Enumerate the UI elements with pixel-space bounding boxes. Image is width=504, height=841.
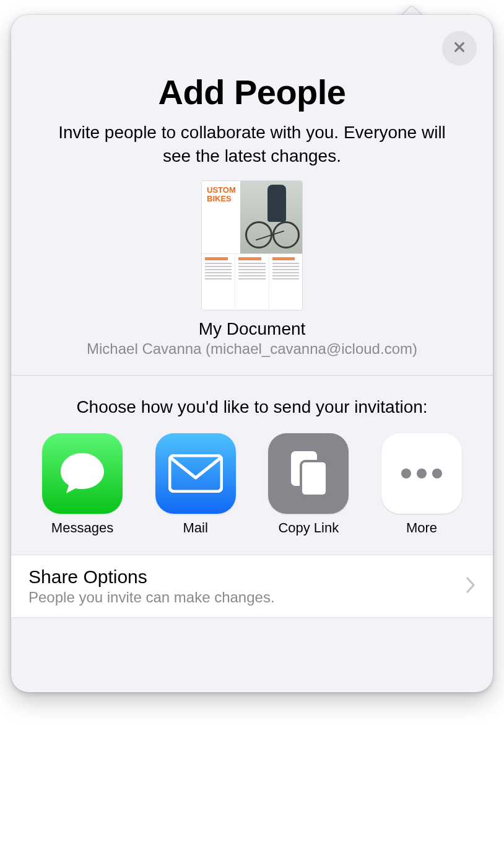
share-apps-row: Messages Mail Copy Lin bbox=[11, 418, 493, 555]
invitation-prompt: Choose how you'd like to send your invit… bbox=[11, 376, 493, 419]
svg-rect-4 bbox=[301, 461, 327, 496]
svg-rect-2 bbox=[170, 456, 222, 491]
app-label: Copy Link bbox=[278, 520, 339, 536]
share-via-mail[interactable]: Mail bbox=[149, 433, 242, 536]
thumb-heading: USTOM BIKES bbox=[207, 186, 236, 204]
page-title: Add People bbox=[36, 72, 468, 112]
share-via-messages[interactable]: Messages bbox=[36, 433, 129, 536]
share-copy-link[interactable]: Copy Link bbox=[262, 433, 355, 536]
app-label: More bbox=[406, 520, 437, 536]
svg-point-5 bbox=[401, 469, 411, 478]
share-options-title: Share Options bbox=[28, 566, 466, 588]
svg-point-6 bbox=[417, 469, 427, 478]
app-label: Mail bbox=[183, 520, 207, 536]
app-label: Messages bbox=[51, 520, 113, 536]
mail-icon bbox=[155, 433, 236, 514]
close-icon bbox=[453, 40, 466, 56]
document-name: My Document bbox=[11, 319, 493, 339]
svg-point-7 bbox=[432, 469, 442, 478]
more-icon bbox=[381, 433, 462, 514]
document-owner: Michael Cavanna (michael_cavanna@icloud.… bbox=[11, 340, 493, 358]
add-people-sheet: Add People Invite people to collaborate … bbox=[11, 15, 493, 692]
share-options-subtitle: People you invite can make changes. bbox=[28, 589, 466, 606]
share-options-row[interactable]: Share Options People you invite can make… bbox=[11, 555, 493, 618]
bike-illustration bbox=[240, 181, 302, 253]
chevron-right-icon bbox=[466, 576, 476, 596]
document-thumbnail: USTOM BIKES bbox=[201, 180, 303, 310]
share-more[interactable]: More bbox=[375, 433, 468, 536]
close-button[interactable] bbox=[442, 31, 477, 66]
messages-icon bbox=[42, 433, 123, 514]
page-subtitle: Invite people to collaborate with you. E… bbox=[36, 121, 468, 168]
copy-link-icon bbox=[268, 433, 349, 514]
